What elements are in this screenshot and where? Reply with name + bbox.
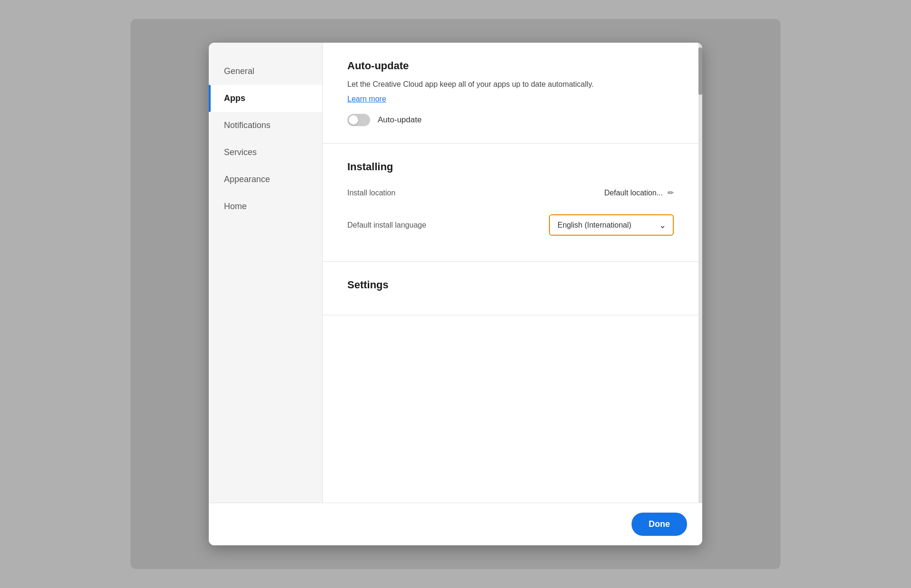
auto-update-toggle-label: Auto-update — [378, 115, 422, 125]
scrollbar-thumb — [698, 47, 702, 95]
chevron-down-icon: ⌄ — [659, 220, 673, 230]
sidebar-item-apps[interactable]: Apps — [209, 85, 322, 112]
sidebar: General Apps Notifications Services Appe… — [209, 43, 323, 503]
installing-title: Installing — [347, 161, 674, 173]
sidebar-item-home[interactable]: Home — [209, 193, 322, 220]
install-location-value-group: Default location... ✏ — [604, 188, 674, 197]
content-area: Auto-update Let the Creative Cloud app k… — [323, 43, 698, 503]
dialog-body: General Apps Notifications Services Appe… — [209, 43, 702, 503]
settings-title: Settings — [347, 279, 674, 291]
auto-update-title: Auto-update — [347, 60, 674, 72]
done-button[interactable]: Done — [632, 513, 687, 536]
sidebar-item-services[interactable]: Services — [209, 139, 322, 166]
default-language-row: Default install language English (Intern… — [347, 206, 674, 244]
language-select[interactable]: English (International) English (US) Fre… — [550, 215, 659, 235]
dialog-footer: Done — [209, 503, 702, 545]
preferences-dialog: General Apps Notifications Services Appe… — [209, 43, 702, 545]
outer-background: General Apps Notifications Services Appe… — [130, 19, 781, 569]
auto-update-toggle[interactable] — [347, 114, 370, 126]
sidebar-item-general[interactable]: General — [209, 58, 322, 85]
content-wrapper: Auto-update Let the Creative Cloud app k… — [323, 43, 702, 503]
edit-location-icon[interactable]: ✏ — [668, 188, 674, 197]
settings-section: Settings — [323, 262, 698, 315]
default-language-label: Default install language — [347, 221, 426, 230]
auto-update-section: Auto-update Let the Creative Cloud app k… — [323, 43, 698, 144]
install-location-value: Default location... — [604, 189, 663, 197]
scrollbar-track[interactable] — [698, 43, 702, 503]
sidebar-item-notifications[interactable]: Notifications — [209, 112, 322, 139]
auto-update-toggle-row: Auto-update — [347, 114, 674, 126]
install-location-row: Install location Default location... ✏ — [347, 180, 674, 206]
installing-section: Installing Install location Default loca… — [323, 144, 698, 262]
language-select-wrapper: English (International) English (US) Fre… — [549, 214, 674, 236]
learn-more-link[interactable]: Learn more — [347, 95, 386, 103]
auto-update-description: Let the Creative Cloud app keep all of y… — [347, 79, 674, 90]
install-location-label: Install location — [347, 189, 395, 197]
sidebar-item-appearance[interactable]: Appearance — [209, 166, 322, 193]
